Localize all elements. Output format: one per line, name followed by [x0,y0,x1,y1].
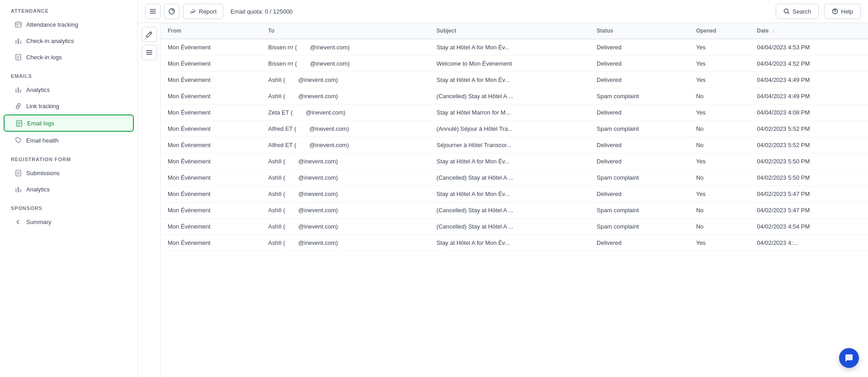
email-health-label: Email health [26,137,59,144]
cell-date: 04/02/2023 4:... [750,235,868,251]
cell-to: AshII ( @inevent.com) [261,88,429,105]
cell-status: Delivered [590,137,689,153]
submissions-icon [14,169,22,177]
cell-date: 04/04/2023 4:53 PM [750,39,868,56]
sidebar-item-email-health[interactable]: Email health [4,133,134,148]
cell-opened: Yes [689,56,750,72]
cell-subject: Séjourner à Hôtel Transcor... [429,137,590,153]
cell-date: 04/02/2023 5:47 PM [750,202,868,219]
cell-to: AshII ( @inevent.com) [261,186,429,202]
table-row[interactable]: Mon Événement AshII ( @inevent.com) Stay… [160,235,868,251]
table-row[interactable]: Mon Événement Bissen rrr ( @inevent.com)… [160,39,868,56]
chart-button[interactable] [164,4,179,19]
col-date[interactable]: Date ↓ [750,23,868,39]
cell-from: Mon Événement [160,105,261,121]
sidebar-item-submissions[interactable]: Submissions [4,165,134,181]
pencil-button[interactable] [142,27,157,42]
sidebar-item-summary[interactable]: € Summary [4,214,134,229]
cell-status: Delivered [590,153,689,170]
checkin-logs-icon [14,53,22,61]
search-button[interactable]: Search [776,4,819,19]
cell-opened: No [689,137,750,153]
table-row[interactable]: Mon Événement AshII ( @inevent.com) Stay… [160,186,868,202]
analytics-email-label: Analytics [26,86,50,93]
cell-to: AshII ( @inevent.com) [261,170,429,186]
sidebar-item-link-tracking[interactable]: Link tracking [4,98,134,114]
cell-status: Spam complaint [590,219,689,235]
sidebar-item-analytics-reg[interactable]: Analytics [4,181,134,197]
sidebar-item-email-logs[interactable]: Email logs [4,115,134,132]
cell-opened: Yes [689,235,750,251]
menu-button[interactable] [145,4,160,19]
cell-from: Mon Événement [160,137,261,153]
table-row[interactable]: Mon Événement Zeta ET ( @inevent.com) St… [160,105,868,121]
table-row[interactable]: Mon Événement AshII ( @inevent.com) Stay… [160,72,868,88]
table-row[interactable]: Mon Événement AshII ( @inevent.com) (Can… [160,88,868,105]
cell-date: 04/02/2023 4:54 PM [750,219,868,235]
cell-from: Mon Événement [160,39,261,56]
left-icons-panel [138,23,160,377]
report-label: Report [199,8,217,15]
cell-from: Mon Événement [160,202,261,219]
cell-status: Delivered [590,39,689,56]
checkin-logs-label: Check-in logs [26,54,62,61]
cell-subject: Stay at Hôtel A for Mon Év... [429,235,590,251]
cell-date: 04/04/2023 4:08 PM [750,105,868,121]
cell-status: Spam complaint [590,88,689,105]
main-content: Report Email quota: 0 / 125000 Search He… [138,0,868,377]
sort-arrow-icon: ↓ [772,28,775,34]
cell-date: 04/04/2023 4:49 PM [750,88,868,105]
cell-date: 04/02/2023 5:50 PM [750,153,868,170]
cell-status: Delivered [590,72,689,88]
summary-label: Summary [26,219,52,225]
svg-rect-8 [20,90,21,93]
chat-bubble[interactable] [839,348,859,368]
sidebar-item-checkin-logs[interactable]: Check-in logs [4,49,134,65]
help-label: Help [841,8,853,15]
cell-subject: Stay at Hôtel Marron for M... [429,105,590,121]
table-area: From To Subject Status Opened Date ↓ Mon… [138,23,868,377]
cell-date: 04/02/2023 5:52 PM [750,137,868,153]
list-view-button[interactable] [142,45,157,60]
col-status: Status [590,23,689,39]
cell-from: Mon Événement [160,235,261,251]
report-button[interactable]: Report [183,4,223,19]
cell-to: Alfred ET ( @inevent.com) [261,137,429,153]
table-row[interactable]: Mon Événement AshII ( @inevent.com) (Can… [160,202,868,219]
cell-to: Bissen rrr ( @inevent.com) [261,56,429,72]
attendance-tracking-icon [14,21,22,28]
cell-date: 04/02/2023 5:52 PM [750,121,868,137]
sidebar-item-attendance-tracking[interactable]: Attendance tracking [4,17,134,32]
cell-from: Mon Événement [160,88,261,105]
quota-text: Email quota: 0 / 125000 [231,8,292,15]
cell-to: Bissen rrr ( @inevent.com) [261,39,429,56]
cell-from: Mon Événement [160,153,261,170]
svg-rect-12 [18,187,19,192]
cell-to: Zeta ET ( @inevent.com) [261,105,429,121]
table-row[interactable]: Mon Événement Alfred ET ( @inevent.com) … [160,121,868,137]
cell-from: Mon Événement [160,186,261,202]
cell-status: Delivered [590,186,689,202]
submissions-label: Submissions [26,170,60,177]
cell-to: AshII ( @inevent.com) [261,219,429,235]
svg-rect-11 [15,188,17,192]
cell-subject: (Cancelled) Stay at Hôtel A ... [429,219,590,235]
topbar: Report Email quota: 0 / 125000 Search He… [138,0,868,23]
cell-opened: Yes [689,153,750,170]
cell-date: 04/04/2023 4:52 PM [750,56,868,72]
table-row[interactable]: Mon Événement AshII ( @inevent.com) Stay… [160,153,868,170]
svg-rect-13 [20,189,21,192]
cell-status: Delivered [590,105,689,121]
analytics-email-icon [14,86,22,93]
table-row[interactable]: Mon Événement Alfred ET ( @inevent.com) … [160,137,868,153]
table-row[interactable]: Mon Événement Bissen rrr ( @inevent.com)… [160,56,868,72]
cell-subject: Stay at Hôtel A for Mon Év... [429,39,590,56]
link-tracking-icon [14,102,22,110]
sidebar-item-checkin-analytics[interactable]: Check-in analytics [4,33,134,48]
checkin-analytics-label: Check-in analytics [26,38,74,44]
table-row[interactable]: Mon Événement AshII ( @inevent.com) (Can… [160,170,868,186]
help-button[interactable]: Help [824,4,861,19]
table-row[interactable]: Mon Événement AshII ( @inevent.com) (Can… [160,219,868,235]
svg-rect-2 [15,40,17,44]
sidebar-item-analytics-email[interactable]: Analytics [4,82,134,97]
